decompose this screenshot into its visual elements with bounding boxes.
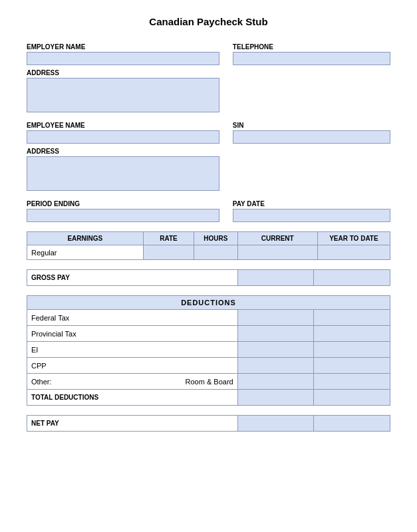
employee-address-label: ADDRESS: [27, 148, 219, 155]
col-ytd-header: YEAR TO DATE: [317, 232, 390, 245]
employer-name-label: EMPLOYER NAME: [27, 43, 219, 51]
page-title: Canadian Paycheck Stub: [27, 16, 390, 27]
deductions-table: DEDUCTIONS Federal Tax Provincial Tax EI: [27, 295, 390, 406]
employee-name-label: EMPLOYEE NAME: [27, 122, 219, 129]
other-prefix: Other:: [31, 378, 52, 386]
cpp-label: CPP: [27, 358, 238, 374]
pay-date-label: PAY DATE: [233, 200, 390, 207]
earnings-hours-cell[interactable]: [194, 245, 238, 260]
pay-date-input[interactable]: [233, 209, 390, 222]
total-deductions-current[interactable]: [237, 390, 314, 406]
total-deductions-ytd[interactable]: [314, 390, 390, 406]
period-ending-input[interactable]: [27, 209, 219, 222]
federal-tax-ytd[interactable]: [314, 310, 390, 326]
employer-address-label: ADDRESS: [27, 69, 219, 76]
earnings-label: Regular: [27, 245, 144, 260]
total-deductions-label: TOTAL DEDUCTIONS: [27, 390, 238, 406]
cpp-ytd[interactable]: [314, 358, 390, 374]
earnings-table: EARNINGS RATE HOURS CURRENT YEAR TO DATE…: [27, 231, 390, 260]
employer-address-input[interactable]: [27, 78, 219, 112]
col-earnings-header: EARNINGS: [27, 232, 144, 245]
employee-name-input[interactable]: [27, 130, 219, 144]
gross-pay-label: GROSS PAY: [27, 270, 238, 286]
ei-label: EI: [27, 342, 238, 358]
other-ytd[interactable]: [314, 374, 390, 390]
provincial-tax-label: Provincial Tax: [27, 326, 238, 342]
provincial-tax-current[interactable]: [237, 326, 314, 342]
ei-ytd[interactable]: [314, 342, 390, 358]
col-rate-header: RATE: [143, 232, 194, 245]
cpp-current[interactable]: [237, 358, 314, 374]
deductions-row-total: TOTAL DEDUCTIONS: [27, 390, 390, 406]
deductions-row-cpp: CPP: [27, 358, 390, 374]
net-pay-current[interactable]: [237, 416, 314, 432]
col-current-header: CURRENT: [237, 232, 317, 245]
other-label: Other: Room & Board: [27, 374, 238, 390]
other-current[interactable]: [237, 374, 314, 390]
gross-pay-ytd-cell[interactable]: [314, 270, 390, 286]
net-pay-ytd[interactable]: [314, 416, 390, 432]
deductions-row-federal-tax: Federal Tax: [27, 310, 390, 326]
earnings-current-cell[interactable]: [237, 245, 317, 260]
deductions-row-other: Other: Room & Board: [27, 374, 390, 390]
other-value: Room & Board: [186, 378, 233, 386]
earnings-rate-cell[interactable]: [143, 245, 194, 260]
deductions-header: DEDUCTIONS: [27, 296, 390, 310]
gross-pay-current-cell[interactable]: [237, 270, 314, 286]
deductions-row-ei: EI: [27, 342, 390, 358]
telephone-label: TELEPHONE: [233, 43, 390, 51]
federal-tax-label: Federal Tax: [27, 310, 238, 326]
employer-name-input[interactable]: [27, 52, 219, 65]
telephone-input[interactable]: [233, 52, 390, 65]
net-pay-label: NET PAY: [27, 416, 238, 432]
sin-input[interactable]: [233, 130, 390, 144]
sin-label: SIN: [233, 122, 390, 129]
earnings-ytd-cell[interactable]: [317, 245, 390, 260]
period-ending-label: PERIOD ENDING: [27, 200, 219, 207]
employee-address-input[interactable]: [27, 156, 219, 191]
gross-pay-table: GROSS PAY: [27, 269, 390, 286]
federal-tax-current[interactable]: [237, 310, 314, 326]
earnings-row-regular: Regular: [27, 245, 390, 260]
deductions-row-provincial-tax: Provincial Tax: [27, 326, 390, 342]
col-hours-header: HOURS: [194, 232, 238, 245]
ei-current[interactable]: [237, 342, 314, 358]
gross-pay-row: GROSS PAY: [27, 270, 390, 286]
net-pay-table: NET PAY: [27, 415, 390, 432]
net-pay-row: NET PAY: [27, 416, 390, 432]
provincial-tax-ytd[interactable]: [314, 326, 390, 342]
